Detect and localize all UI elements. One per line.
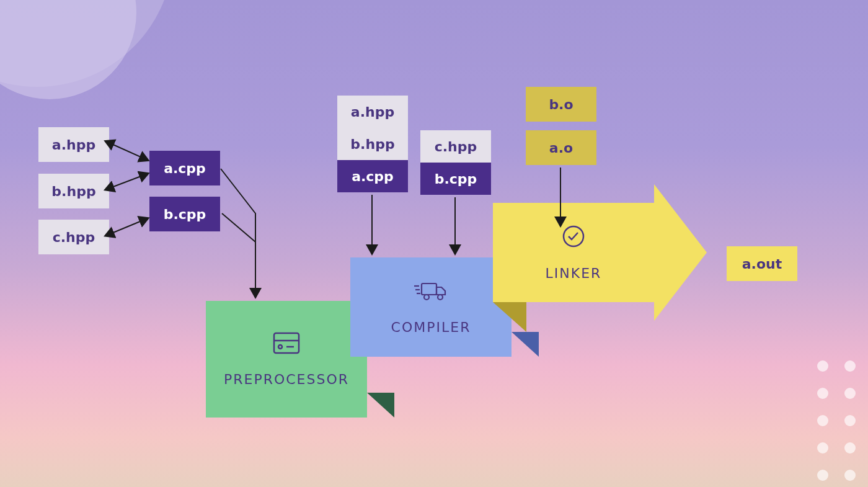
linker-arrowhead — [654, 184, 707, 321]
dot — [817, 360, 828, 372]
file-c-hpp: c.hpp — [38, 220, 109, 254]
file-a-out: a.out — [727, 246, 797, 281]
svg-line-13 — [112, 218, 148, 233]
connector-arrows — [0, 0, 868, 487]
file-b-o: b.o — [526, 87, 596, 122]
dot — [844, 360, 856, 372]
svg-line-12 — [112, 174, 148, 187]
dot — [817, 415, 828, 426]
file-a-hpp: a.hpp — [38, 127, 109, 162]
stage-preprocessor: PREPROCESSOR — [206, 301, 367, 418]
file-a-cpp: a.cpp — [149, 151, 220, 185]
preprocessor-fold — [367, 393, 394, 418]
translation-unit-2: c.hpp b.cpp — [420, 130, 491, 195]
decor-dots — [817, 360, 856, 481]
panel-icon — [273, 332, 300, 354]
file-a-o: a.o — [526, 130, 596, 165]
dot — [844, 388, 856, 399]
stage-linker-label: LINKER — [546, 266, 602, 281]
stage-compiler-label: COMPILER — [391, 319, 471, 335]
tu1-impl: a.cpp — [337, 160, 408, 192]
svg-line-11 — [112, 144, 148, 160]
dot — [817, 388, 828, 399]
file-b-hpp: b.hpp — [38, 174, 109, 208]
translation-unit-1: a.hpp b.hpp a.cpp — [337, 96, 408, 192]
file-b-cpp: b.cpp — [149, 197, 220, 231]
tu1-header-a: a.hpp — [337, 96, 408, 128]
check-circle-icon — [562, 225, 585, 248]
svg-point-2 — [278, 345, 282, 349]
svg-point-6 — [438, 295, 443, 300]
tu1-header-b: b.hpp — [337, 128, 408, 160]
stage-preprocessor-label: PREPROCESSOR — [224, 372, 349, 387]
stage-linker: LINKER — [493, 203, 654, 302]
svg-rect-4 — [422, 284, 436, 295]
dot — [844, 470, 856, 481]
compiler-fold — [512, 332, 539, 357]
tu2-impl: b.cpp — [420, 163, 491, 195]
stage-compiler: COMPILER — [350, 257, 512, 357]
decor-circle-small — [0, 0, 136, 99]
truck-icon — [414, 280, 448, 302]
svg-rect-0 — [274, 333, 299, 353]
tu2-header-c: c.hpp — [420, 130, 491, 163]
dot — [844, 442, 856, 453]
dot — [844, 415, 856, 426]
svg-point-5 — [424, 295, 429, 300]
dot — [817, 442, 828, 453]
dot — [817, 470, 828, 481]
linker-fold — [493, 302, 526, 332]
